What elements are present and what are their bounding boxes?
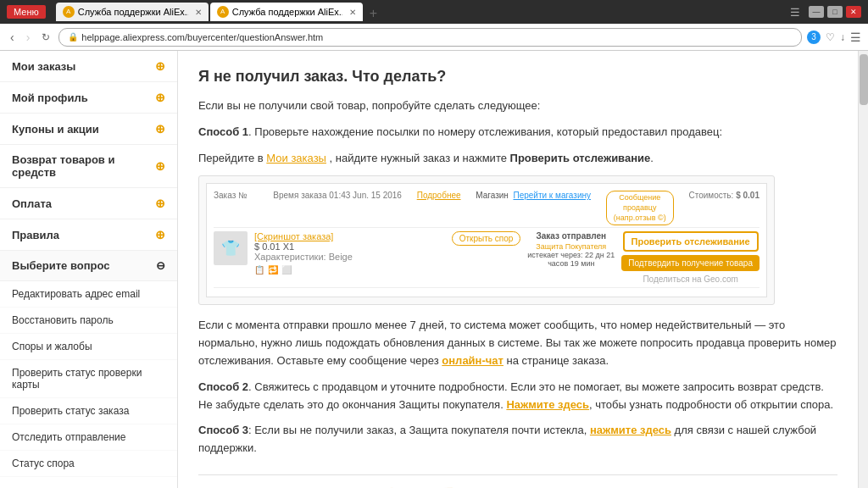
order-no-label: Заказ № Время заказа 01:43 Jun. 15 2016 [214,191,402,225]
protection-expires: истекает через: 22 дн 21 [527,251,615,259]
orders-expand-icon: ⊕ [155,59,165,73]
sidebar-item-profile[interactable]: Мой профиль ⊕ [0,82,177,114]
new-tab-button[interactable]: + [364,6,382,21]
method1-instruction: Перейдите в Мои заказы , найдите нужный … [198,150,837,168]
content-area: Я не получил заказ. Что делать? Если вы … [178,51,858,488]
menu-button[interactable]: Меню [7,5,46,19]
sidebar-item-orders-label: Мои заказы [12,60,75,73]
tab-title-2: Служба поддержки AliEx... [232,7,342,17]
open-dispute-button[interactable]: Открыть спор [452,231,521,246]
sidebar-sub-item-card-status[interactable]: Проверить статус проверки карты [0,360,177,398]
sidebar-item-coupons[interactable]: Купоны и акции ⊕ [0,114,177,145]
address-bar[interactable]: 🔒 helppage.aliexpress.com/buyercenter/qu… [58,28,802,47]
method2-label: Способ 2 [198,380,248,393]
method1-button-label: Проверить отслеживание [510,152,651,164]
download-icon: ↓ [840,31,845,43]
sidebar-item-returns-label: Возврат товаров и средств [12,153,155,179]
go-to-store-link[interactable]: Перейти к магазину [513,191,591,200]
reload-button[interactable]: ↻ [38,30,53,45]
my-orders-link[interactable]: Мои заказы [266,152,326,164]
method2-text-suffix: , чтобы узнать подробности об открытии с… [589,398,833,411]
sidebar-section-header: Выберите вопрос ⊖ [0,251,177,281]
confirm-receipt-button[interactable]: Подтвердить получение товара [621,255,760,271]
heart-icon: ♡ [826,31,835,43]
cost-label: Стоимость: $ 0.01 [689,191,760,225]
close-button[interactable]: ✕ [846,6,861,18]
coupons-expand-icon: ⊕ [155,122,165,136]
method2-here-link[interactable]: Нажмите здесь [506,398,589,411]
browser-tab-2[interactable]: A Служба поддержки AliEx... ✕ [210,3,363,21]
right-scrollbar[interactable] [858,51,868,488]
profile-expand-icon: ⊕ [155,91,165,104]
sidebar: Мои заказы ⊕ Мой профиль ⊕ Купоны и акци… [0,51,178,488]
check-tracking-button[interactable]: Проверить отслеживание [623,231,759,252]
intro-text: Если вы не получили свой товар, попробуй… [198,97,837,115]
online-chat-link[interactable]: онлайн-чат [442,354,504,367]
method1-note: Если с момента отправки прошло менее 7 д… [198,317,837,369]
method3-label: Способ 3 [198,424,248,436]
back-button[interactable]: ‹ [7,29,18,46]
badge-count: 3 [807,30,821,44]
sidebar-item-coupons-label: Купоны и акции [12,123,99,136]
product-icons: 📋 🔁 ⬜ [254,265,445,274]
sidebar-sub-item-password[interactable]: Восстановить пароль [0,308,177,334]
method3-text: : Если вы не получили заказ, а Защита по… [248,424,590,436]
sidebar-item-payment-label: Оплата [12,197,52,210]
sidebar-section-title: Выберите вопрос [12,259,109,272]
feedback-bar: Была ли ваша проблема решена? 👍 Yes | 👎 … [198,474,837,488]
browser-tab-1[interactable]: A Служба поддержки AliEx... ✕ [56,3,209,21]
sidebar-sub-item-dispute-status[interactable]: Статус спора [0,451,177,477]
forward-button[interactable]: › [23,29,34,46]
returns-expand-icon: ⊕ [155,159,165,173]
tab-favicon-1: A [63,6,75,18]
method3-here-link[interactable]: нажмите здесь [590,424,671,436]
sidebar-item-orders[interactable]: Мои заказы ⊕ [0,51,177,82]
method1-text: . Проверьте нахождение посылки по номеру… [248,125,722,138]
sidebar-sub-item-track[interactable]: Отследить отправление [0,424,177,451]
sidebar-sub-item-disputes[interactable]: Споры и жалобы [0,334,177,360]
section-collapse-icon: ⊖ [156,259,165,272]
order-preview-box: Заказ № Время заказа 01:43 Jun. 15 2016 … [198,175,775,305]
browser-menu-button[interactable]: ☰ [850,30,861,44]
tab-favicon-2: A [217,6,229,18]
message-seller-button[interactable]: Сообщение продавцу(напр.отзыв ©) [606,191,674,225]
window-settings-icon[interactable]: ☰ [785,6,805,19]
maximize-button[interactable]: □ [827,6,843,18]
protection-label: Защита Покупателя [527,242,615,251]
product-attr: Характеристики: Beige [254,252,445,262]
sidebar-item-returns[interactable]: Возврат товаров и средств ⊕ [0,145,177,188]
method3-paragraph: Способ 3: Если вы не получили заказ, а З… [198,422,837,458]
page-title: Я не получил заказ. Что делать? [198,68,837,86]
scrollbar-thumb [860,54,868,105]
icon-1: 📋 [254,265,264,274]
method1-prefix: Перейдите в [198,152,266,164]
tab-title-1: Служба поддержки AliEx... [78,7,188,17]
method1-suffix: , найдите нужный заказ и нажмите [330,152,510,164]
order-status-column: Заказ отправлен Защита Покупателя истека… [527,231,615,268]
tab-close-1[interactable]: ✕ [195,8,202,17]
rules-expand-icon: ⊕ [155,228,165,241]
details-link[interactable]: Подробнее [417,191,461,225]
product-thumbnail: 👕 [214,231,248,265]
sidebar-item-payment[interactable]: Оплата ⊕ [0,188,177,219]
sidebar-item-rules[interactable]: Правила ⊕ [0,219,177,251]
order-status-shipped: Заказ отправлен [527,231,615,241]
store-section: Магазин Перейти к магазину [476,191,591,225]
method1-paragraph: Способ 1. Проверьте нахождение посылки п… [198,124,837,141]
icon-3: ⬜ [281,265,292,274]
tracking-column: Проверить отслеживание Подтвердить получ… [621,231,760,284]
tab-close-2[interactable]: ✕ [349,8,356,17]
method2-paragraph: Способ 2. Свяжитесь с продавцом и уточни… [198,379,837,414]
payment-expand-icon: ⊕ [155,197,165,210]
sidebar-item-profile-label: Мой профиль [12,92,88,104]
sidebar-sub-item-email[interactable]: Редактировать адрес email [0,281,177,308]
sidebar-item-rules-label: Правила [12,229,59,241]
protection-time: часов 19 мин [527,259,615,268]
sidebar-sub-item-order-status[interactable]: Проверить статус заказа [0,398,177,424]
product-price: $ 0.01 X1 [254,241,445,252]
product-name-link[interactable]: [Скриншот заказа] [254,231,445,241]
share-label: Поделиться на Geo.com [643,274,737,284]
minimize-button[interactable]: — [809,6,824,18]
method1-label: Способ 1 [198,125,248,138]
order-actions-column: Открыть спор [452,231,521,246]
